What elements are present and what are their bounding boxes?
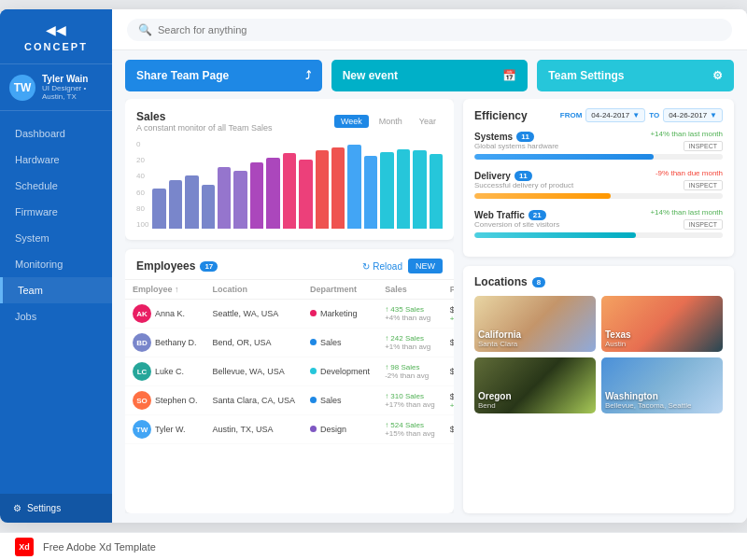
tab-month[interactable]: Month	[373, 115, 409, 128]
eff-stat: +14% than last month	[650, 130, 723, 138]
chart-bar	[250, 162, 263, 229]
gear-icon: ⚙	[712, 69, 723, 82]
employee-avatar: TW	[133, 420, 151, 439]
y-label: 80	[136, 204, 148, 213]
inspect-button[interactable]: INSPECT	[684, 141, 723, 151]
employee-department: Sales	[303, 386, 377, 415]
topbar: 🔍	[112, 9, 747, 50]
logo-text: CONCEPT	[24, 41, 88, 52]
dept-dot	[310, 339, 317, 345]
search-input[interactable]	[158, 24, 721, 35]
chart-bar	[331, 147, 345, 229]
employee-name-cell: AK Anna K.	[125, 300, 205, 329]
efficiency-row: Systems 11 Global systems hardware +14% …	[474, 130, 723, 160]
sales-title: Sales	[136, 110, 272, 123]
search-bar[interactable]: 🔍	[127, 19, 732, 41]
chart-bar	[299, 160, 312, 229]
employee-name: Stephen O.	[155, 396, 198, 405]
eff-count-badge: 21	[529, 210, 546, 220]
chart-bar	[347, 145, 360, 229]
sidebar-item-schedule[interactable]: Schedule	[0, 173, 112, 199]
table-row: BD Bethany D. Bend, OR, USA Sales ↑ 242 …	[125, 329, 454, 357]
col-sales: Sales	[377, 280, 443, 300]
sales-card: Sales A constant monitor of all Team Sal…	[125, 99, 454, 240]
table-row: LC Luke C. Bellevue, WA, USA Development…	[125, 357, 454, 386]
inspect-button[interactable]: INSPECT	[684, 180, 723, 190]
chart-wrapper: 100 80 60 40 20 0	[136, 140, 443, 229]
employee-name-cell: BD Bethany D.	[125, 329, 205, 357]
reload-icon: ↻	[362, 261, 370, 272]
tab-year[interactable]: Year	[413, 115, 443, 128]
bars-container	[152, 140, 443, 229]
sidebar-item-dashboard[interactable]: Dashboard	[0, 120, 112, 147]
employee-pay: $51,000 +12,000 commission	[443, 386, 454, 415]
efficiency-row: Delivery 11 Successful delivery of produ…	[474, 169, 723, 199]
new-event-button[interactable]: New event 📅	[331, 60, 529, 91]
locations-card: Locations 8 California Santa Clara Texas…	[463, 266, 734, 513]
time-tabs: Week Month Year	[334, 115, 443, 128]
employees-card: Employees 17 ↻ Reload NEW	[125, 249, 454, 513]
progress-bar-bg	[474, 193, 723, 199]
employee-sales: ↑ 242 Sales +1% than avg	[377, 329, 443, 357]
share-team-page-button[interactable]: Share Team Page ⤴	[125, 60, 322, 91]
sidebar-item-team[interactable]: Team	[0, 277, 112, 303]
col-employee: Employee ↑	[125, 280, 205, 300]
employee-avatar: SO	[133, 391, 151, 410]
eff-count-badge: 11	[516, 132, 534, 142]
team-settings-label: Team Settings	[548, 69, 624, 82]
new-employee-button[interactable]: NEW	[408, 259, 443, 273]
date-range: FROM 04-24-2017 ▼ TO 04-26-2017 ▼	[560, 108, 723, 122]
inspect-button[interactable]: INSPECT	[684, 219, 723, 230]
employee-department: Development	[303, 357, 377, 386]
sidebar-item-jobs[interactable]: Jobs	[0, 303, 112, 329]
sidebar-profile: TW Tyler Wain UI Designer • Austin, TX	[0, 64, 112, 111]
employee-sales: ↑ 310 Sales +17% than avg	[377, 386, 443, 415]
locations-grid: California Santa Clara Texas Austin Oreg…	[474, 296, 723, 413]
team-settings-button[interactable]: Team Settings ⚙	[537, 60, 734, 91]
employee-location: Seattle, WA, USA	[205, 300, 303, 329]
efficiency-header: Efficiency FROM 04-24-2017 ▼ TO 04-26-20…	[474, 108, 723, 122]
employees-actions: ↻ Reload NEW	[362, 259, 443, 273]
new-event-label: New event	[343, 69, 398, 82]
employee-name-cell: TW Tyler W.	[125, 415, 205, 444]
chart-bar	[430, 154, 443, 229]
sidebar-item-firmware[interactable]: Firmware	[0, 199, 112, 225]
employees-count-badge: 17	[200, 261, 218, 272]
col-location: Location	[205, 280, 303, 300]
dept-dot	[310, 368, 317, 374]
chart-bar	[169, 180, 182, 229]
location-item[interactable]: California Santa Clara	[474, 296, 596, 352]
location-item[interactable]: Oregon Bend	[474, 357, 596, 413]
from-date-input[interactable]: 04-24-2017 ▼	[585, 108, 645, 122]
sidebar: ◀◀ CONCEPT TW Tyler Wain UI Designer • A…	[0, 9, 112, 523]
search-icon: 🔍	[138, 23, 152, 36]
employee-pay: $43,500 +5,500 commission	[443, 300, 454, 329]
profile-info: Tyler Wain UI Designer • Austin, TX	[42, 74, 103, 101]
sidebar-item-system[interactable]: System	[0, 225, 112, 251]
chart-bar	[283, 153, 296, 229]
y-label: 40	[136, 172, 148, 180]
location-item[interactable]: Washington Bellevue, Tacoma, Seattle	[601, 357, 723, 413]
chart-bar	[316, 150, 329, 229]
footer-label: Free Adobe Xd Template	[43, 541, 156, 553]
settings-label: Settings	[27, 503, 61, 513]
location-item[interactable]: Texas Austin	[601, 296, 723, 352]
sidebar-item-monitoring[interactable]: Monitoring	[0, 251, 112, 277]
employee-location: Bellevue, WA, USA	[205, 357, 303, 386]
efficiency-row: Web Traffic 21 Conversion of site visito…	[474, 208, 723, 238]
location-sub: Santa Clara	[478, 340, 521, 348]
tab-week[interactable]: Week	[334, 115, 369, 128]
employee-location: Bend, OR, USA	[205, 329, 303, 357]
eff-stat: +14% than last month	[650, 208, 723, 217]
chart-y-labels: 100 80 60 40 20 0	[136, 140, 148, 229]
settings-button[interactable]: ⚙ Settings	[0, 494, 112, 523]
settings-icon: ⚙	[13, 503, 21, 513]
sidebar-logo: ◀◀ CONCEPT	[0, 9, 112, 64]
to-date-input[interactable]: 04-26-2017 ▼	[663, 108, 723, 122]
sidebar-item-hardware[interactable]: Hardware	[0, 147, 112, 173]
progress-bar-bg	[474, 154, 723, 160]
location-sub: Austin	[605, 340, 631, 348]
logo-icon: ◀◀	[46, 22, 66, 37]
locations-count-badge: 8	[532, 277, 545, 287]
reload-button[interactable]: ↻ Reload	[362, 261, 402, 272]
